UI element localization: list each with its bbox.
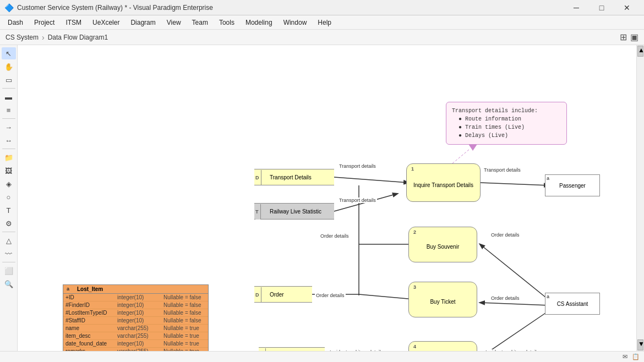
image-tool[interactable]: 🖼	[2, 164, 16, 177]
square-tool[interactable]: ⬜	[2, 265, 16, 277]
entity-row-id: +ID integer(10) Nullable = false	[63, 294, 208, 301]
breadcrumb-diagram[interactable]: Data Flow Diagram1	[48, 34, 108, 41]
arrow-label-transport-details-2: Transport details	[338, 198, 377, 203]
entity-col-staffid: #StaffID	[66, 317, 115, 323]
process-buy-ticket[interactable]: 3 Buy Ticket	[408, 282, 477, 317]
status-right-icons: ✉ 📋	[623, 353, 640, 360]
actor-passenger[interactable]: a Passenger	[545, 174, 600, 196]
actor-label-a2: a	[547, 294, 549, 299]
select-tool[interactable]: ↖	[2, 47, 16, 59]
menu-item-project[interactable]: Project	[29, 18, 60, 28]
menu-item-itsm[interactable]: ITSM	[60, 18, 87, 28]
entity-null-finderid: Nullable = false	[163, 302, 201, 308]
text-tool[interactable]: T	[2, 204, 16, 216]
mail-icon[interactable]: ✉	[623, 353, 627, 360]
canvas[interactable]: Transport details include: ● Route infor…	[18, 45, 636, 351]
arrow-both-tool[interactable]: ↔	[2, 134, 16, 146]
triangle-tool[interactable]: △	[2, 234, 16, 246]
arrow-label-transport-details-1: Transport details	[338, 163, 377, 169]
svg-line-12	[452, 150, 469, 163]
entity-row-lostitemtypeid: #LostItemTypeID integer(10) Nullable = f…	[63, 309, 208, 317]
datastore-order[interactable]: D Order	[254, 286, 312, 303]
entity-null-name: Nullable = true	[163, 325, 199, 331]
store-name-2: Railway Live Statistic	[270, 209, 321, 215]
line1-tool[interactable]: ▬	[2, 91, 16, 103]
scroll-track	[637, 57, 644, 339]
menu-item-view[interactable]: View	[161, 18, 187, 28]
entity-null-staffid: Nullable = false	[163, 317, 201, 323]
actor-name-1: Passenger	[559, 183, 586, 189]
arrow-right-tool[interactable]: →	[2, 121, 16, 133]
separator5	[2, 262, 15, 262]
entity-col-finderid: #FinderID	[66, 302, 115, 308]
svg-line-10	[480, 311, 549, 351]
minimize-button[interactable]: ─	[564, 0, 589, 15]
entity-null-remarks: Nullable = true	[163, 348, 199, 351]
svg-line-7	[359, 294, 414, 299]
scroll-down[interactable]: ▼	[637, 339, 643, 350]
process-buy-souvenir[interactable]: 2 Buy Souvenir	[408, 227, 477, 262]
clipboard-icon[interactable]: 📋	[632, 353, 640, 360]
actor-name-2: CS Assistant	[557, 301, 588, 307]
menu-item-window[interactable]: Window	[278, 18, 313, 28]
entity-type-remarks: varchar(255)	[117, 348, 161, 351]
entity-col-remarks: remarks	[66, 348, 115, 351]
datastore-railway-live[interactable]: T Railway Live Statistic	[254, 203, 334, 220]
entity-null-itemdesc: Nullable = true	[163, 333, 199, 339]
separator4	[2, 232, 15, 232]
store-label-d4: D	[260, 348, 266, 351]
actor-cs-assistant[interactable]: a CS Assistant	[545, 293, 600, 315]
datastore-transport-details[interactable]: D Transport Details	[254, 169, 334, 185]
entity-col-itemdesc: item_desc	[66, 333, 115, 339]
menu-item-diagram[interactable]: Diagram	[125, 18, 161, 28]
zoom-tool[interactable]: 🔍	[2, 278, 16, 290]
menu-item-dash[interactable]: Dash	[2, 18, 29, 28]
entity-row-remarks: remarks varchar(255) Nullable = true	[63, 348, 208, 351]
rect-tool[interactable]: ▭	[2, 74, 16, 86]
entity-type-lostitemtypeid: integer(10)	[117, 310, 161, 316]
folder-tool[interactable]: 📁	[2, 151, 16, 163]
main-layout: ↖ ✋ ▭ ▬ ≡ → ↔ 📁 🖼 ◈ ○ T ⚙ △ 〰 ⬜ 🔍	[0, 45, 644, 351]
close-button[interactable]: ✕	[614, 0, 640, 15]
arrow-label-order-details-4: Order details	[490, 295, 521, 301]
right-scrollbar[interactable]: ▲ ▼	[636, 45, 644, 351]
process-num-2: 2	[413, 229, 416, 235]
menu-item-team[interactable]: Team	[187, 18, 214, 28]
separator2	[2, 118, 15, 119]
process-num-3: 3	[413, 284, 416, 290]
circle-tool[interactable]: ○	[2, 191, 16, 203]
gear-tool[interactable]: ⚙	[2, 217, 16, 229]
panel-icon[interactable]: ▣	[630, 32, 638, 42]
maximize-button[interactable]: □	[589, 0, 614, 15]
store-name-1: Transport Details	[270, 174, 312, 180]
menu-item-uexceler[interactable]: UeXceler	[87, 18, 125, 28]
store-label-d1: D	[255, 170, 261, 185]
grid-icon[interactable]: ⊞	[620, 32, 627, 42]
scroll-up[interactable]: ▲	[637, 46, 643, 57]
process-report-lost[interactable]: 4 Report Lost	[408, 341, 477, 351]
svg-line-8	[480, 303, 549, 305]
process-inquire-transport[interactable]: 1 Inquire Transport Details	[406, 163, 481, 202]
shape-tool[interactable]: ◈	[2, 178, 16, 190]
entity-null-lostitemtypeid: Nullable = false	[163, 310, 201, 316]
arrow-label-incident-2: Incident and item details	[484, 349, 540, 351]
entity-type-finderid: integer(10)	[117, 302, 161, 308]
svg-line-2	[480, 183, 549, 185]
menu-item-modeling[interactable]: Modeling	[240, 18, 278, 28]
hand-tool[interactable]: ✋	[2, 61, 16, 73]
actor-label-a1: a	[547, 175, 549, 181]
entity-row-name: name varchar(255) Nullable = true	[63, 325, 208, 332]
entity-type-name: varchar(255)	[117, 325, 161, 331]
entity-table-lost-item[interactable]: a Lost_Item +ID integer(10) Nullable = f…	[63, 284, 209, 351]
datastore-lost-item[interactable]: D Lost Item	[259, 347, 325, 351]
line2-tool[interactable]: ≡	[2, 104, 16, 116]
entity-col-lostitemtypeid: #LostItemTypeID	[66, 310, 115, 316]
wave-tool[interactable]: 〰	[2, 248, 16, 260]
entity-type-staffid: integer(10)	[117, 317, 161, 323]
menu-item-help[interactable]: Help	[312, 18, 337, 28]
left-toolbar: ↖ ✋ ▭ ▬ ≡ → ↔ 📁 🖼 ◈ ○ T ⚙ △ 〰 ⬜ 🔍	[0, 45, 18, 351]
breadcrumb-cs-system[interactable]: CS System	[6, 34, 39, 41]
entity-label-a: a	[67, 286, 69, 292]
menu-item-tools[interactable]: Tools	[214, 18, 240, 28]
entity-table-title: Lost_Item	[77, 286, 103, 292]
